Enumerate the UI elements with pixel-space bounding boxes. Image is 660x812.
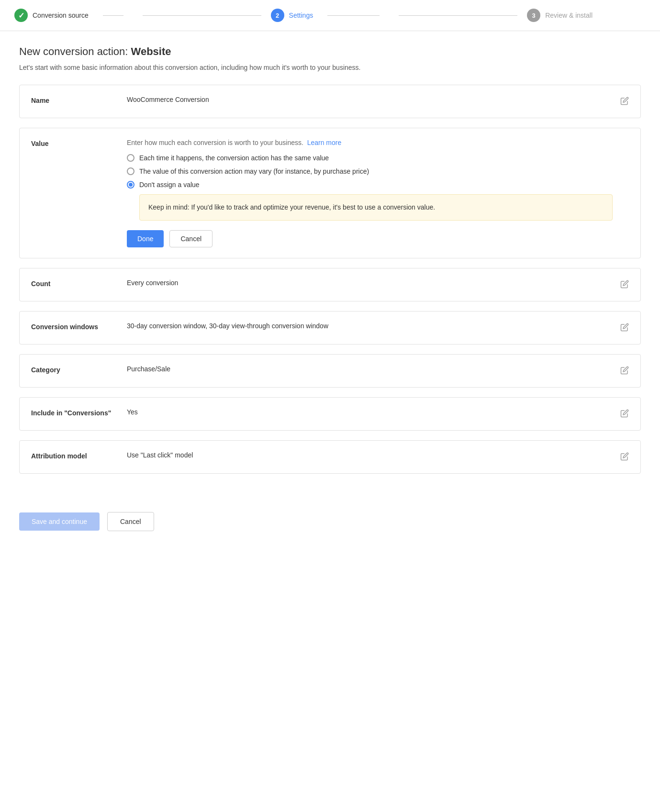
step-2-number: 2 — [276, 12, 279, 19]
value-button-row: Done Cancel — [127, 230, 613, 247]
count-value: Every conversion — [127, 279, 613, 287]
step-1-label: Conversion source — [33, 11, 89, 19]
radio-option-vary-value[interactable]: The value of this conversion action may … — [127, 167, 613, 175]
stepper: ✓ Conversion source 2 Settings 3 Review … — [0, 0, 660, 31]
conversion-windows-label: Conversion windows — [31, 322, 127, 331]
radio-label-no-value: Don't assign a value — [139, 181, 200, 189]
radio-label-same-value: Each time it happens, the conversion act… — [139, 154, 329, 162]
include-in-conversions-row: Include in "Conversions" Yes — [20, 398, 640, 430]
checkmark-icon: ✓ — [18, 11, 24, 20]
save-and-continue-button[interactable]: Save and continue — [19, 512, 100, 531]
conversion-windows-section: Conversion windows 30-day conversion win… — [19, 311, 641, 345]
value-description-text: Enter how much each conversion is worth … — [127, 139, 303, 146]
radio-btn-vary-value[interactable] — [127, 167, 134, 175]
stepper-line-1 — [143, 15, 261, 16]
value-section: Value Enter how much each conversion is … — [19, 128, 641, 258]
name-row: Name WooCommerce Conversion — [20, 85, 640, 118]
step-review-install: 3 Review & install — [527, 9, 646, 22]
count-row: Count Every conversion — [20, 268, 640, 301]
category-label: Category — [31, 365, 127, 374]
step-conversion-source: ✓ Conversion source — [14, 9, 133, 22]
bottom-actions: Save and continue Cancel — [0, 498, 660, 550]
value-section-inner: Value Enter how much each conversion is … — [20, 128, 640, 258]
page-title: New conversion action: Website — [19, 45, 641, 58]
name-value: WooCommerce Conversion — [127, 96, 613, 103]
value-label: Value — [31, 139, 127, 147]
count-section: Count Every conversion — [19, 268, 641, 301]
done-button[interactable]: Done — [127, 230, 164, 247]
value-description: Enter how much each conversion is worth … — [127, 139, 613, 146]
radio-btn-same-value[interactable] — [127, 154, 134, 162]
category-section: Category Purchase/Sale — [19, 354, 641, 388]
count-label: Count — [31, 279, 127, 288]
learn-more-link[interactable]: Learn more — [307, 139, 342, 146]
count-edit-icon[interactable] — [620, 279, 629, 290]
value-content: Enter how much each conversion is worth … — [127, 139, 613, 247]
warning-text: Keep in mind: If you'd like to track and… — [148, 203, 435, 211]
name-edit-icon[interactable] — [620, 96, 629, 107]
attribution-model-label: Attribution model — [31, 451, 127, 460]
step-2-circle: 2 — [271, 9, 284, 22]
conversion-windows-value: 30-day conversion window, 30-day view-th… — [127, 322, 613, 330]
conversion-windows-row: Conversion windows 30-day conversion win… — [20, 311, 640, 344]
main-content: New conversion action: Website Let's sta… — [0, 31, 660, 498]
include-in-conversions-label: Include in "Conversions" — [31, 408, 127, 417]
bottom-cancel-button[interactable]: Cancel — [107, 512, 154, 531]
attribution-model-edit-icon[interactable] — [620, 451, 629, 463]
category-edit-icon[interactable] — [620, 365, 629, 377]
include-in-conversions-value: Yes — [127, 408, 613, 416]
page-description: Let's start with some basic information … — [19, 64, 641, 71]
page-title-bold: Website — [131, 45, 171, 57]
stepper-line-2 — [399, 15, 517, 16]
radio-btn-no-value[interactable] — [127, 181, 134, 189]
category-value: Purchase/Sale — [127, 365, 613, 373]
cancel-value-button[interactable]: Cancel — [169, 230, 213, 247]
step-3-number: 3 — [532, 12, 536, 19]
attribution-model-section: Attribution model Use "Last click" model — [19, 440, 641, 474]
include-in-conversions-edit-icon[interactable] — [620, 408, 629, 420]
page-title-prefix: New conversion action: — [19, 45, 131, 57]
warning-box: Keep in mind: If you'd like to track and… — [139, 194, 613, 221]
step-1-circle: ✓ — [14, 9, 28, 22]
step-3-circle: 3 — [527, 9, 540, 22]
step-3-label: Review & install — [545, 11, 593, 19]
name-label: Name — [31, 96, 127, 104]
include-in-conversions-section: Include in "Conversions" Yes — [19, 397, 641, 431]
radio-label-vary-value: The value of this conversion action may … — [139, 167, 369, 175]
attribution-model-row: Attribution model Use "Last click" model — [20, 441, 640, 473]
step-2-label: Settings — [289, 11, 313, 19]
radio-option-same-value[interactable]: Each time it happens, the conversion act… — [127, 154, 613, 162]
step-settings: 2 Settings — [271, 9, 390, 22]
attribution-model-value: Use "Last click" model — [127, 451, 613, 459]
conversion-windows-edit-icon[interactable] — [620, 322, 629, 334]
radio-option-no-value[interactable]: Don't assign a value — [127, 181, 613, 189]
category-row: Category Purchase/Sale — [20, 355, 640, 387]
name-section: Name WooCommerce Conversion — [19, 85, 641, 118]
